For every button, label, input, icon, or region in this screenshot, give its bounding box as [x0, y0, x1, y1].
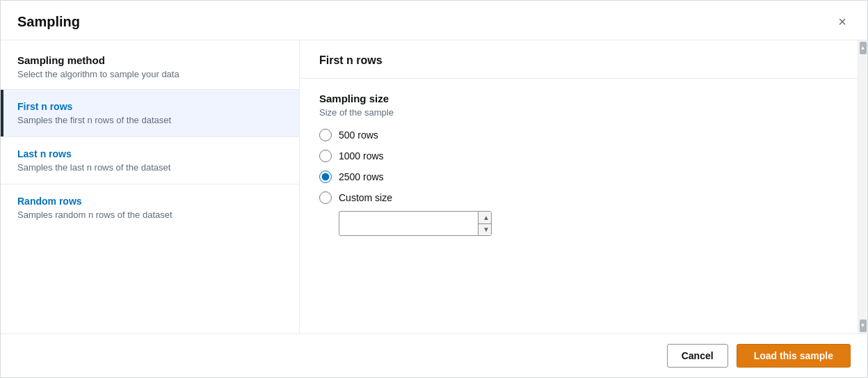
sampling-size-section: Sampling size Size of the sample 500 row…: [300, 79, 867, 250]
panel-header: Sampling method Select the algorithm to …: [1, 40, 299, 89]
radio-1000[interactable]: [319, 150, 332, 162]
radio-custom[interactable]: [319, 191, 332, 204]
spinner-buttons: ▲ ▼: [478, 212, 492, 235]
radio-item-1000[interactable]: 1000 rows: [319, 150, 848, 162]
radio-label-500: 500 rows: [339, 129, 378, 141]
dialog-footer: Cancel Load this sample: [1, 333, 867, 377]
panel-header-subtitle: Select the algorithm to sample your data: [17, 69, 282, 79]
radio-2500[interactable]: [319, 171, 332, 183]
right-panel: First n rows Sampling size Size of the s…: [300, 40, 867, 333]
method-item-random-rows[interactable]: Random rows Samples random n rows of the…: [1, 184, 299, 231]
left-panel: Sampling method Select the algorithm to …: [1, 40, 300, 333]
dialog-header: Sampling ×: [1, 1, 867, 40]
dialog-title: Sampling: [17, 14, 80, 30]
radio-item-500[interactable]: 500 rows: [319, 129, 848, 141]
dialog-body: Sampling method Select the algorithm to …: [1, 40, 867, 333]
radio-label-2500: 2500 rows: [339, 171, 384, 182]
method-item-first-n-rows[interactable]: First n rows Samples the first n rows of…: [1, 89, 299, 136]
scrollbar-arrow-up[interactable]: ▲: [860, 42, 867, 54]
panel-header-title: Sampling method: [17, 54, 282, 66]
spinner-down-button[interactable]: ▼: [479, 224, 492, 236]
method-title-random: Random rows: [17, 196, 282, 207]
cancel-button[interactable]: Cancel: [667, 344, 728, 368]
right-panel-title: First n rows: [300, 40, 867, 79]
method-title-last: Last n rows: [17, 148, 282, 159]
radio-label-1000: 1000 rows: [339, 150, 384, 162]
radio-500[interactable]: [319, 129, 332, 141]
scrollbar-arrow-down[interactable]: ▼: [860, 320, 867, 332]
radio-item-custom[interactable]: Custom size: [319, 191, 848, 204]
radio-group: 500 rows 1000 rows 2500 rows Custom size: [319, 129, 848, 204]
scrollbar-track: ▲ ▼: [858, 40, 867, 333]
radio-label-custom: Custom size: [339, 192, 392, 203]
spinner-up-button[interactable]: ▲: [479, 212, 492, 224]
method-desc-first: Samples the first n rows of the dataset: [17, 115, 282, 125]
method-desc-random: Samples random n rows of the dataset: [17, 210, 282, 220]
custom-size-input-container: ▲ ▼: [339, 211, 492, 236]
close-button[interactable]: ×: [834, 13, 851, 30]
radio-item-2500[interactable]: 2500 rows: [319, 171, 848, 183]
sampling-size-title: Sampling size: [319, 93, 848, 104]
sampling-size-subtitle: Size of the sample: [319, 107, 848, 118]
sampling-dialog: Sampling × Sampling method Select the al…: [0, 0, 868, 378]
method-title-first: First n rows: [17, 101, 282, 112]
method-item-last-n-rows[interactable]: Last n rows Samples the last n rows of t…: [1, 136, 299, 184]
custom-input-row: ▲ ▼: [339, 211, 848, 236]
method-desc-last: Samples the last n rows of the dataset: [17, 162, 282, 173]
load-sample-button[interactable]: Load this sample: [737, 344, 851, 368]
custom-size-input[interactable]: [345, 212, 478, 235]
